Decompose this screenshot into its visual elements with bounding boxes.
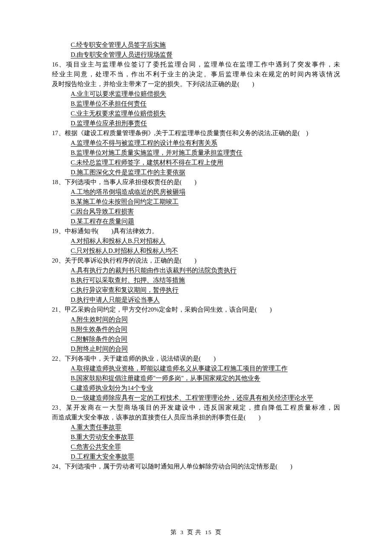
q18-stem: 18、下列选项中，当事人应承担侵权责任的是( ) <box>52 177 340 187</box>
q19-ab: A.对招标人和投标人B.只对招标人 <box>52 236 340 246</box>
q17-stem: 17、根据《建设工程质量管理条例》,关于工程监理单位质量责任和义务的说法,正确的… <box>52 128 340 138</box>
q21-a: A.附生效时间的合同 <box>52 315 340 324</box>
q20-stem: 20、关于民事诉讼执行程序的说法，正确的是( ) <box>52 256 340 266</box>
page-footer: 第3页 共15页 <box>0 529 392 536</box>
q22-c: C.建造师执业划分为14个专业 <box>52 383 340 393</box>
footer-total: 15 <box>205 529 212 535</box>
q17-a: A.监理单位不得与被监理工程的设计单位有利害关系 <box>52 138 340 148</box>
q18-c: C.因台风导致工程损害 <box>52 207 340 217</box>
q19-cd: C.只对投标人D.对招标人和投标人均不 <box>52 246 340 256</box>
q16-c: C.业主无权要求监理单位赔偿损失 <box>52 109 340 119</box>
q16-a: A.业主可以要求监理单位赔偿损失 <box>52 89 340 99</box>
q18-a: A.工地的塔吊倒塌造成临近的民房被砸塌 <box>52 187 340 197</box>
q21-c: C.附解除条件的合同 <box>52 334 340 344</box>
q20-c: C.执行异议审查和复议期间，暂停执行 <box>52 285 340 295</box>
footer-cur: 3 <box>180 529 184 535</box>
q16-d: D.监理单位应承担刑事责任 <box>52 119 340 128</box>
pre-option-c: C.经专职安全管理人员签字后实施 <box>52 40 340 50</box>
q16-line2: 经业主同意，处理不当，作出不利于业主的决定。事后监理单位未在规定的时间内将该情况 <box>52 69 340 79</box>
q23-b: B.重大劳动安全事故罪 <box>52 432 340 442</box>
q16-line3: 及时报告给业主，并给业主带来了一定的损失。下列说法正确的是( ) <box>52 79 340 89</box>
q17-c: C.未经总监理工程师签字，建筑材料不得在工程上使用 <box>52 158 340 168</box>
q20-d: D.执行申请人只能是诉讼当事人 <box>52 295 340 305</box>
q21-b: B.附生效条件的合同 <box>52 324 340 334</box>
q17-d: D.施工图深化文件是监理工作的主要依据 <box>52 168 340 177</box>
q22-a: A.取得建造师执业资格，即能以建造师名义从事建设工程施工项目的管理工作 <box>52 364 340 373</box>
q20-b: B.执行可以采取查封、扣押、冻结等措施 <box>52 275 340 285</box>
q21-stem: 21、甲乙采购合同约定，甲方交付20%定金时，采购合同生效，该合同是( ) <box>52 305 340 315</box>
q21-d: D.附终止时间的合同 <box>52 344 340 354</box>
q17-b: B.监理单位对施工质量实施监理，并对施工质量承担监理责任 <box>52 148 340 158</box>
q19-stem: 19、中标通知书( )具有法律效力。 <box>52 226 340 236</box>
q22-d: D.一级建造师除应具有一定的工程技术、工程管理理论外，还应具有相关经济理论水平 <box>52 393 340 403</box>
q20-a: A.具有执行力的裁判书只能由作出该裁判书的法院负责执行 <box>52 266 340 275</box>
q16-b: B.监理单位不承担任何责任 <box>52 99 340 109</box>
page-content: C.经专职安全管理人员签字后实施 D.由专职安全管理人员进行现场监督 16、项目… <box>0 0 392 471</box>
q22-b: B.国家鼓励和提倡注册建造师"一师多岗"，从事国家规定的其他业务 <box>52 373 340 383</box>
q16-line1: 16、项目业主与监理单位签订了委托监理合同，监理单位在监理工作中遇到了突发事件，… <box>52 60 340 69</box>
q23-line2: 而造成重大安全事故，该事故的直接责任人员应当承担的刑事责任是( ) <box>52 413 340 422</box>
q22-stem: 22、下列各项中，关于建造师的执业，说法错误的是( ) <box>52 354 340 364</box>
pre-option-d: D.由专职安全管理人员进行现场监督 <box>52 50 340 60</box>
q18-b: B.某施工单位未按照合同约定工期竣工 <box>52 197 340 207</box>
q23-line1: 23、某开发商在一大型商场项目的开发建设中，违反国家规定，擅自降低工程质量标准，… <box>52 403 340 413</box>
q24-stem: 24、下列选项中，属于劳动者可以随时通知用人单位解除劳动合同的法定情形是( ) <box>52 462 340 471</box>
q23-c: C.危害公共安全罪 <box>52 442 340 452</box>
footer-suffix: 页 <box>215 529 222 535</box>
q18-d: D.某工程存在质量问题 <box>52 217 340 226</box>
footer-mid: 页 共 <box>187 529 202 535</box>
footer-prefix: 第 <box>170 529 177 535</box>
q23-d: D.工程重大安全事故罪 <box>52 452 340 462</box>
q23-a: A.重大责任事故罪 <box>52 422 340 432</box>
